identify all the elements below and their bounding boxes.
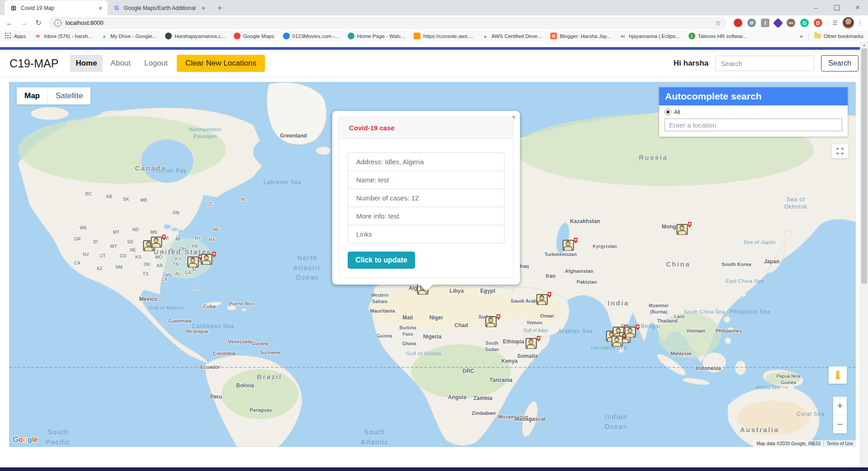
bookmark-site-dark[interactable]: Harshajayamanna.c... — [165, 33, 225, 39]
header-search-button[interactable]: Search — [821, 55, 859, 71]
covid-case-marker[interactable] — [187, 254, 203, 268]
tab-google-maps-terms[interactable]: G Google Maps/Earth Additional Te × — [108, 0, 211, 15]
url-text[interactable]: localhost:8000 — [66, 19, 711, 26]
terms-of-use-link[interactable]: Terms of Use — [824, 440, 856, 447]
page-info-icon[interactable]: i — [54, 19, 61, 27]
reload-button[interactable]: ↻ — [32, 16, 45, 30]
filter-all-radio-row[interactable]: All — [665, 109, 842, 115]
toolbar-separator — [827, 19, 827, 27]
covid-case-marker[interactable] — [201, 252, 216, 265]
google-map[interactable]: Northwestern PassagesGreenlandHudson Bay… — [9, 82, 856, 447]
grammarly-icon[interactable]: G — [800, 19, 809, 27]
pegman-icon — [834, 371, 841, 380]
covid-case-marker[interactable] — [676, 222, 692, 235]
bookmark-label: Apps — [14, 33, 26, 39]
adblock-icon[interactable] — [734, 19, 742, 27]
map-type-satellite-button[interactable]: Satellite — [48, 87, 90, 105]
bookmark-label: https://console.aws.... — [423, 33, 473, 39]
click-to-update-button[interactable]: Click to update — [348, 252, 415, 269]
equator-dashed-line — [9, 367, 856, 368]
bookmark-label: My Drive - Google... — [110, 33, 156, 39]
brand-logo[interactable]: C19-MAP — [9, 57, 58, 70]
browser-menu-icon[interactable]: ⋮ — [855, 19, 865, 27]
clear-new-locations-button[interactable]: Clear New Locations — [177, 55, 265, 72]
scrollbar-thumb[interactable] — [861, 48, 867, 284]
bookmark-eclipse[interactable]: echjayamanna | Eclips... — [619, 33, 679, 39]
close-window-button[interactable]: × — [847, 0, 868, 15]
bookmark-label: Google Maps — [243, 33, 274, 39]
bookmark-blogger[interactable]: BBlogger: Harsha Jay... — [550, 33, 611, 39]
eclipse-icon: ec — [619, 33, 626, 39]
bookmark-label: hjayamanna | Eclips... — [629, 33, 679, 39]
tab-list-icon[interactable]: ☰ — [828, 16, 842, 30]
zoom-out-button[interactable]: − — [833, 415, 847, 433]
bookmark-aws-cert[interactable]: ▲AWS Certified Deve... — [482, 33, 542, 39]
user-greeting: Hi harsha — [674, 59, 708, 68]
autocomplete-panel: Autocomplete search All — [659, 87, 848, 137]
new-tab-button[interactable]: + — [213, 2, 226, 14]
page-scrollbar[interactable]: ▲ ▼ — [860, 42, 868, 471]
covid-case-marker[interactable] — [151, 234, 166, 248]
radio-selected-icon[interactable] — [665, 109, 671, 115]
bookmarks-overflow-icon[interactable]: » — [800, 33, 803, 39]
bookmark-gmail[interactable]: MInbox (576) - harsh... — [34, 33, 92, 39]
bookmark-home-page[interactable]: Home Page - Watc... — [348, 33, 405, 39]
bookmark-label: Talenox HR softwar... — [698, 33, 747, 39]
tab-close-icon[interactable]: × — [200, 5, 207, 12]
covid-case-marker[interactable] — [485, 314, 500, 328]
bookmark-talenox[interactable]: tTalenox HR softwar... — [689, 33, 747, 39]
diamond-extension-icon[interactable] — [773, 18, 783, 28]
case-card-body: Address: Idles, Algeria Name: test Numbe… — [339, 139, 513, 277]
bookmark-google-drive[interactable]: ▲My Drive - Google... — [101, 33, 156, 39]
forward-button[interactable]: → — [17, 16, 31, 30]
duckduckgo-icon[interactable]: D — [814, 19, 822, 27]
covid-case-marker[interactable] — [536, 292, 552, 305]
covid-case-marker[interactable] — [525, 336, 541, 349]
nav-item-home[interactable]: Home — [70, 55, 102, 72]
bookmark-google-maps[interactable]: Google Maps — [234, 33, 274, 39]
blogger-icon: B — [550, 33, 557, 39]
maximize-button[interactable] — [826, 0, 847, 15]
bookmark-star-icon[interactable]: ☆ — [715, 19, 721, 27]
nav-item-about[interactable]: About — [105, 55, 136, 72]
movies-site-icon — [283, 33, 290, 39]
bookmark-movies-site[interactable]: 0123Movies.com -... — [283, 33, 340, 39]
map-type-control: Map Satellite — [17, 87, 90, 105]
nav-item-logout[interactable]: Logout — [139, 55, 173, 72]
bookmark-label: Inbox (576) - harsh... — [44, 33, 92, 39]
bookmark-aws-console[interactable]: https://console.aws.... — [414, 33, 473, 39]
map-attribution: Map data ©2020 Google, INEGI Terms of Us… — [754, 440, 856, 447]
covid-case-marker[interactable] — [562, 238, 578, 251]
address-bar[interactable]: i localhost:8000 ☆ — [49, 17, 726, 29]
scroll-up-icon[interactable]: ▲ — [860, 42, 868, 48]
case-card-title: Covid-19 case — [339, 117, 513, 139]
case-moreinfo-field: More info: test — [348, 207, 505, 225]
header-search-input[interactable] — [715, 56, 814, 71]
pegman-button[interactable] — [829, 366, 847, 384]
dev-owl-icon[interactable]: oo — [787, 19, 795, 27]
extensions-row: ⊘fooGD — [730, 19, 826, 27]
back-button[interactable]: ← — [3, 16, 16, 30]
map-type-map-button[interactable]: Map — [17, 87, 47, 105]
google-logo[interactable]: Google — [13, 435, 38, 444]
window-controls: – × — [806, 0, 868, 15]
fullscreen-button[interactable] — [832, 144, 848, 158]
covid-case-marker[interactable] — [624, 324, 640, 338]
site-blocker-icon[interactable]: ⊘ — [747, 19, 756, 27]
bookmarks-divider — [808, 33, 809, 40]
autocomplete-title: Autocomplete search — [659, 87, 848, 105]
home-page-icon — [348, 33, 354, 39]
fi-extension-icon[interactable]: f — [761, 19, 769, 27]
bookmarks-bar: AppsMInbox (576) - harsh...▲My Drive - G… — [0, 30, 868, 42]
profile-avatar[interactable] — [843, 17, 854, 29]
other-bookmarks[interactable]: Other bookmarks — [814, 33, 863, 39]
tab-close-icon[interactable]: × — [97, 5, 104, 12]
minimize-button[interactable]: – — [806, 0, 826, 15]
case-address-field: Address: Idles, Algeria — [348, 152, 505, 171]
folder-icon — [814, 33, 821, 38]
bookmark-apps-grid[interactable]: Apps — [5, 33, 26, 39]
location-autocomplete-input[interactable] — [665, 119, 842, 131]
tab-covid-map[interactable]: Covid 19 Map × — [5, 0, 108, 15]
bookmarks-bar-items: AppsMInbox (576) - harsh...▲My Drive - G… — [5, 33, 747, 39]
zoom-in-button[interactable]: + — [833, 397, 847, 415]
